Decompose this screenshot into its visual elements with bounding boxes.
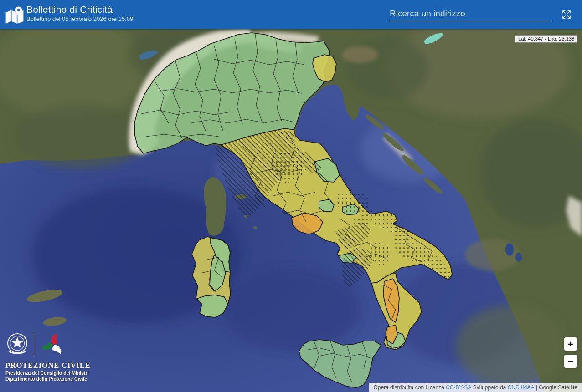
base-layer-label: Google Satellite — [539, 384, 577, 391]
org-line-2: Dipartimento della Protezione Civile — [5, 376, 90, 382]
header-titles: Bollettino di Criticità Bollettino del 0… — [26, 4, 133, 23]
attribution-middle: Sviluppato da — [471, 384, 507, 391]
header-bar: Bollettino di Criticità Bollettino del 0… — [0, 0, 582, 29]
map-pin-icon — [5, 6, 25, 25]
protezione-civile-branding: PROTEZIONE CIVILE Presidenza del Consigl… — [5, 330, 90, 382]
developer-link[interactable]: CNR IMAA — [508, 384, 535, 391]
zoom-in-button[interactable]: + — [564, 337, 577, 351]
coordinates-badge: Lat: 40.847 - Lng: 23.138 — [515, 35, 577, 43]
org-name: PROTEZIONE CIVILE — [5, 361, 90, 370]
attribution-bar: Opera distribuita con Licenza CC-BY-SA S… — [369, 383, 582, 392]
attribution-prefix: Opera distribuita con Licenza — [373, 384, 446, 391]
zoom-controls: + − — [564, 337, 577, 368]
page-subtitle: Bollettino del 05 febbraio 2026 ore 15:0… — [26, 15, 133, 23]
header-brand: Bollettino di Criticità Bollettino del 0… — [5, 4, 133, 25]
zoom-out-button[interactable]: − — [564, 355, 577, 368]
logo-divider — [34, 332, 34, 356]
org-line-1: Presidenza del Consiglio dei Ministri — [5, 370, 90, 376]
fullscreen-icon[interactable] — [561, 9, 572, 20]
corsica — [204, 177, 226, 235]
protezione-civile-icon — [39, 331, 67, 357]
license-link[interactable]: CC-BY-SA — [446, 384, 471, 391]
address-search-input[interactable] — [389, 8, 551, 21]
lake-prespa — [515, 253, 522, 262]
attribution-separator: | — [534, 384, 539, 391]
lake-ohrid — [505, 243, 514, 256]
bollettino-criticita-app: Bollettino di Criticità Bollettino del 0… — [0, 0, 582, 392]
republic-emblem-icon — [5, 331, 29, 357]
page-title: Bollettino di Criticità — [26, 4, 133, 15]
